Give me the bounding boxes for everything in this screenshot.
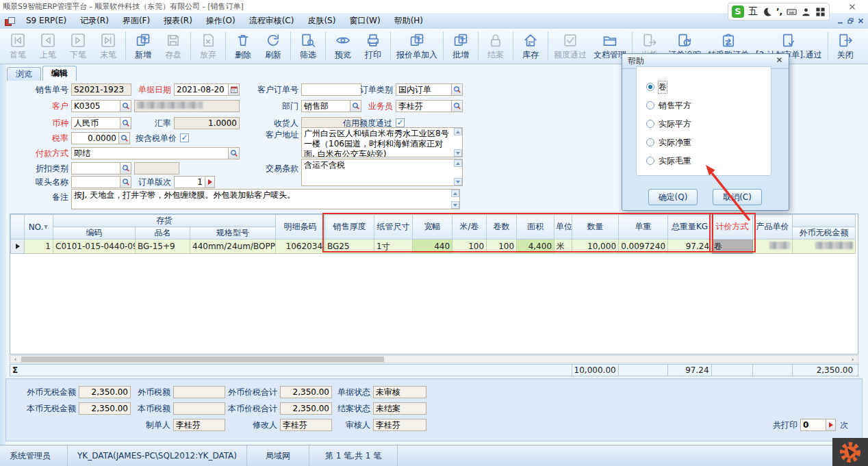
lookup-button[interactable] [120, 163, 131, 174]
cell-unit[interactable]: 米 [554, 240, 572, 254]
lookup-button[interactable] [120, 118, 131, 129]
toolbar-new-button[interactable]: 新增 [128, 29, 158, 64]
scroll-thumb[interactable] [21, 357, 384, 362]
lookup-button[interactable] [120, 101, 131, 112]
person-icon[interactable] [801, 7, 811, 17]
col-header-total-weight[interactable]: 总重量KG [668, 215, 712, 240]
toolbar-next-button[interactable]: 下笔 [63, 29, 93, 64]
version-field[interactable]: 1 [174, 176, 215, 188]
cell-price-masked[interactable] [753, 240, 793, 254]
moon-icon[interactable] [762, 7, 772, 17]
toolbar-print-button[interactable]: 打印 [358, 29, 388, 64]
toolbar-last-button[interactable]: 末笔 [93, 29, 123, 64]
menu-operation[interactable]: 操作(O) [199, 13, 242, 29]
version-spinner-button[interactable] [205, 177, 214, 187]
cell-area[interactable]: 4,400 [517, 240, 554, 254]
salesman-field[interactable]: 李桂芬 [396, 100, 463, 112]
payment-field[interactable]: 即结 [71, 147, 240, 159]
lookup-button[interactable] [350, 101, 361, 112]
menu-window[interactable]: 窗口(W) [342, 13, 387, 29]
radio-option-actual-sqm[interactable]: 实际平方 [646, 119, 691, 129]
col-header-no[interactable]: NO. [25, 215, 53, 240]
menu-s9erp[interactable]: S9 ERP(E) [19, 13, 73, 29]
col-header-unit-weight[interactable]: 单重 [619, 215, 668, 240]
mdi-close-button[interactable] [855, 16, 866, 25]
remark-textarea[interactable]: 按J, 天地盒，打井字带，外包缠绕膜。外包装加贴客户唛头。 [71, 189, 460, 209]
menu-record[interactable]: 记录(R) [73, 13, 116, 29]
cell-thickness[interactable]: BG25 [325, 240, 374, 254]
col-header-rolls[interactable]: 卷数 [487, 215, 517, 240]
toolbox-icon[interactable] [815, 7, 826, 17]
cell-no[interactable]: 1 [25, 240, 53, 254]
tab-edit[interactable]: 编辑 [42, 66, 77, 81]
col-header-name[interactable]: 品名 [136, 227, 190, 240]
print-count-field[interactable]: 0 [800, 419, 836, 431]
toolbar-add-quote-button[interactable]: 报价单加入 [393, 29, 441, 64]
toolbar-first-button[interactable]: 首笔 [3, 29, 33, 64]
punctuation-icon[interactable] [776, 7, 782, 16]
toolbar-close-case-button[interactable]: 结案 [481, 29, 511, 64]
toolbar-credit-pass-button[interactable]: 额度通过 [550, 29, 590, 64]
tax-included-checkbox[interactable]: ✓ [180, 133, 189, 142]
toolbar-refresh-button[interactable]: 刷新 [258, 29, 288, 64]
scroll-left-arrow[interactable]: ‹ [11, 356, 20, 363]
customer-field[interactable]: K0305 [71, 100, 131, 112]
cell-m-per-roll[interactable]: 100 [452, 240, 487, 254]
col-header-fc-amount[interactable]: 外币无税金额 [793, 227, 856, 240]
close-button[interactable] [842, 1, 863, 12]
toolbar-delete-button[interactable]: 删除 [228, 29, 258, 64]
terms-textarea[interactable]: 含运不含税 [301, 159, 463, 186]
col-header-area[interactable]: 面积 [517, 215, 554, 240]
scroll-right-arrow[interactable]: › [848, 356, 857, 363]
address-scroll-up[interactable] [454, 128, 462, 135]
toolbar-preview-button[interactable]: 预览 [328, 29, 358, 64]
cell-width[interactable]: 440 [413, 240, 452, 254]
toolbar-inventory-button[interactable]: 库存 [515, 29, 546, 64]
toolbar-save-button[interactable]: 存盘 [158, 29, 188, 64]
cell-core[interactable]: 1寸 [374, 240, 413, 254]
calendar-button[interactable] [228, 84, 239, 95]
radio-option-sales-sqm[interactable]: 销售平方 [646, 101, 691, 110]
lookup-button[interactable] [120, 177, 131, 187]
address-textarea[interactable]: 广州白云区人和镇白米布秀水工业区8号一楼（106国道，时利和海鲜酒家正对面, 白… [301, 127, 463, 157]
currency-field[interactable]: 人民币 [71, 117, 131, 129]
ok-button[interactable]: 确定(Q) [648, 189, 698, 205]
mdi-minimize-button[interactable] [834, 16, 845, 25]
cust-po-field[interactable] [301, 83, 361, 96]
terms-scroll-up[interactable] [454, 159, 462, 167]
col-header-m-per-roll[interactable]: 米/卷 [452, 215, 487, 240]
col-header-qty[interactable]: 数量 [572, 215, 619, 240]
menu-workflow[interactable]: 流程审核(C) [242, 13, 301, 29]
col-header-pricing[interactable]: 计价方式 [712, 215, 753, 240]
col-header-core[interactable]: 纸管尺寸 [374, 215, 413, 240]
cell-rolls[interactable]: 100 [487, 240, 517, 254]
tab-browse[interactable]: 浏览 [7, 67, 41, 81]
col-header-thickness[interactable]: 销售厚度 [325, 215, 374, 240]
col-header-spec[interactable]: 规格型号 [190, 227, 276, 240]
lookup-button[interactable] [451, 101, 462, 112]
tax-rate-field[interactable]: 0.0000 [71, 132, 130, 144]
col-group-inventory[interactable]: 存货 [53, 215, 276, 227]
dialog-close-button[interactable] [774, 56, 784, 66]
toolbar-prev-button[interactable]: 上笔 [33, 29, 63, 64]
lookup-button[interactable] [118, 133, 129, 144]
lookup-button[interactable] [451, 84, 462, 95]
credit-pass-checkbox[interactable]: ✓ [396, 118, 405, 127]
remark-scroll-down[interactable] [451, 201, 459, 209]
col-header-unit[interactable]: 单位 [554, 215, 572, 240]
address-scroll-down[interactable] [454, 149, 462, 157]
doc-date-field[interactable]: 2021-08-20 [174, 83, 240, 96]
col-header-width[interactable]: 宽幅 [413, 215, 452, 240]
toolbar-close-button[interactable]: 关闭 [830, 29, 860, 64]
col-header-price[interactable]: 产品单价 [753, 215, 793, 240]
cell-code[interactable]: C0101-015-0440-09 [53, 240, 136, 254]
ime-mode-wubi[interactable]: 五 [748, 5, 758, 18]
lookup-button[interactable] [228, 148, 239, 159]
remark-scroll-up[interactable] [451, 190, 459, 197]
cell-fc-amount-masked[interactable] [793, 240, 856, 254]
cell-unit-weight[interactable]: 0.0097240 [619, 240, 668, 254]
cell-total-weight[interactable]: 97.24 [668, 240, 712, 254]
menu-skin[interactable]: 皮肤(S) [301, 13, 342, 29]
order-type-field[interactable]: 国内订单 [396, 83, 463, 96]
grid-hscrollbar[interactable]: ‹ › [10, 355, 858, 363]
